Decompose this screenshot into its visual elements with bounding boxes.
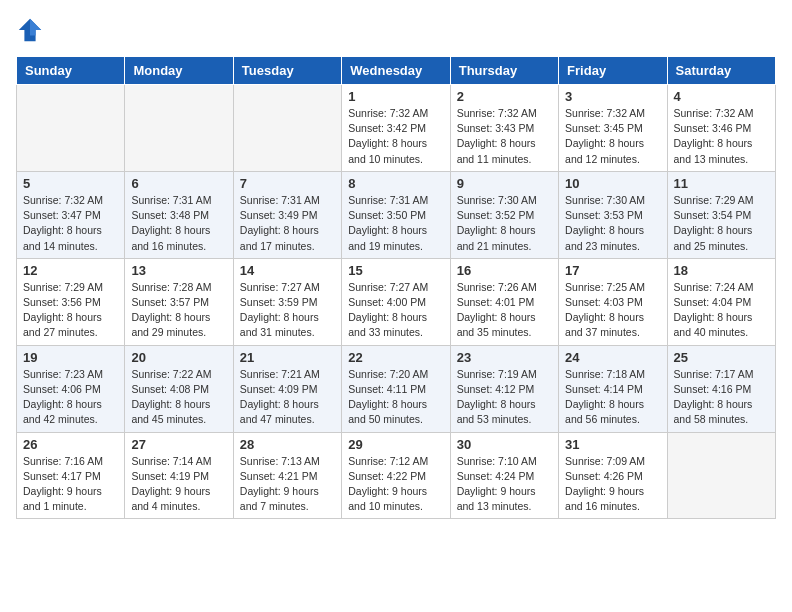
day-number: 1	[348, 89, 443, 104]
day-number: 31	[565, 437, 660, 452]
day-number: 14	[240, 263, 335, 278]
day-info: Sunrise: 7:31 AM Sunset: 3:49 PM Dayligh…	[240, 193, 335, 254]
day-number: 25	[674, 350, 769, 365]
page-header	[16, 16, 776, 44]
calendar-day-cell: 22Sunrise: 7:20 AM Sunset: 4:11 PM Dayli…	[342, 345, 450, 432]
calendar-day-cell: 10Sunrise: 7:30 AM Sunset: 3:53 PM Dayli…	[559, 171, 667, 258]
calendar-week-row: 19Sunrise: 7:23 AM Sunset: 4:06 PM Dayli…	[17, 345, 776, 432]
day-number: 6	[131, 176, 226, 191]
calendar-day-cell: 5Sunrise: 7:32 AM Sunset: 3:47 PM Daylig…	[17, 171, 125, 258]
calendar-day-cell: 17Sunrise: 7:25 AM Sunset: 4:03 PM Dayli…	[559, 258, 667, 345]
day-info: Sunrise: 7:17 AM Sunset: 4:16 PM Dayligh…	[674, 367, 769, 428]
calendar-empty-cell	[17, 85, 125, 172]
calendar-day-cell: 4Sunrise: 7:32 AM Sunset: 3:46 PM Daylig…	[667, 85, 775, 172]
day-number: 30	[457, 437, 552, 452]
day-info: Sunrise: 7:22 AM Sunset: 4:08 PM Dayligh…	[131, 367, 226, 428]
calendar-day-cell: 6Sunrise: 7:31 AM Sunset: 3:48 PM Daylig…	[125, 171, 233, 258]
calendar-empty-cell	[125, 85, 233, 172]
weekday-header-friday: Friday	[559, 57, 667, 85]
day-info: Sunrise: 7:13 AM Sunset: 4:21 PM Dayligh…	[240, 454, 335, 515]
calendar-week-row: 5Sunrise: 7:32 AM Sunset: 3:47 PM Daylig…	[17, 171, 776, 258]
weekday-header-thursday: Thursday	[450, 57, 558, 85]
day-info: Sunrise: 7:19 AM Sunset: 4:12 PM Dayligh…	[457, 367, 552, 428]
weekday-header-monday: Monday	[125, 57, 233, 85]
day-number: 26	[23, 437, 118, 452]
calendar-day-cell: 2Sunrise: 7:32 AM Sunset: 3:43 PM Daylig…	[450, 85, 558, 172]
calendar-day-cell: 15Sunrise: 7:27 AM Sunset: 4:00 PM Dayli…	[342, 258, 450, 345]
day-number: 4	[674, 89, 769, 104]
day-number: 18	[674, 263, 769, 278]
day-info: Sunrise: 7:31 AM Sunset: 3:50 PM Dayligh…	[348, 193, 443, 254]
calendar-day-cell: 19Sunrise: 7:23 AM Sunset: 4:06 PM Dayli…	[17, 345, 125, 432]
day-number: 27	[131, 437, 226, 452]
calendar-day-cell: 20Sunrise: 7:22 AM Sunset: 4:08 PM Dayli…	[125, 345, 233, 432]
day-info: Sunrise: 7:27 AM Sunset: 4:00 PM Dayligh…	[348, 280, 443, 341]
calendar-day-cell: 11Sunrise: 7:29 AM Sunset: 3:54 PM Dayli…	[667, 171, 775, 258]
day-info: Sunrise: 7:10 AM Sunset: 4:24 PM Dayligh…	[457, 454, 552, 515]
day-number: 13	[131, 263, 226, 278]
day-number: 9	[457, 176, 552, 191]
day-number: 20	[131, 350, 226, 365]
day-info: Sunrise: 7:16 AM Sunset: 4:17 PM Dayligh…	[23, 454, 118, 515]
day-info: Sunrise: 7:12 AM Sunset: 4:22 PM Dayligh…	[348, 454, 443, 515]
day-info: Sunrise: 7:18 AM Sunset: 4:14 PM Dayligh…	[565, 367, 660, 428]
day-info: Sunrise: 7:24 AM Sunset: 4:04 PM Dayligh…	[674, 280, 769, 341]
weekday-header-tuesday: Tuesday	[233, 57, 341, 85]
day-number: 15	[348, 263, 443, 278]
calendar-day-cell: 3Sunrise: 7:32 AM Sunset: 3:45 PM Daylig…	[559, 85, 667, 172]
calendar-day-cell: 24Sunrise: 7:18 AM Sunset: 4:14 PM Dayli…	[559, 345, 667, 432]
day-info: Sunrise: 7:32 AM Sunset: 3:42 PM Dayligh…	[348, 106, 443, 167]
day-number: 22	[348, 350, 443, 365]
day-info: Sunrise: 7:32 AM Sunset: 3:43 PM Dayligh…	[457, 106, 552, 167]
calendar-week-row: 12Sunrise: 7:29 AM Sunset: 3:56 PM Dayli…	[17, 258, 776, 345]
calendar-empty-cell	[667, 432, 775, 519]
calendar-empty-cell	[233, 85, 341, 172]
day-info: Sunrise: 7:14 AM Sunset: 4:19 PM Dayligh…	[131, 454, 226, 515]
day-number: 3	[565, 89, 660, 104]
logo-icon	[16, 16, 44, 44]
calendar-day-cell: 26Sunrise: 7:16 AM Sunset: 4:17 PM Dayli…	[17, 432, 125, 519]
day-info: Sunrise: 7:25 AM Sunset: 4:03 PM Dayligh…	[565, 280, 660, 341]
day-info: Sunrise: 7:32 AM Sunset: 3:46 PM Dayligh…	[674, 106, 769, 167]
day-number: 5	[23, 176, 118, 191]
calendar-day-cell: 12Sunrise: 7:29 AM Sunset: 3:56 PM Dayli…	[17, 258, 125, 345]
day-number: 17	[565, 263, 660, 278]
day-info: Sunrise: 7:23 AM Sunset: 4:06 PM Dayligh…	[23, 367, 118, 428]
calendar-day-cell: 31Sunrise: 7:09 AM Sunset: 4:26 PM Dayli…	[559, 432, 667, 519]
day-number: 21	[240, 350, 335, 365]
day-info: Sunrise: 7:20 AM Sunset: 4:11 PM Dayligh…	[348, 367, 443, 428]
calendar-day-cell: 8Sunrise: 7:31 AM Sunset: 3:50 PM Daylig…	[342, 171, 450, 258]
day-number: 24	[565, 350, 660, 365]
calendar-week-row: 1Sunrise: 7:32 AM Sunset: 3:42 PM Daylig…	[17, 85, 776, 172]
calendar-day-cell: 29Sunrise: 7:12 AM Sunset: 4:22 PM Dayli…	[342, 432, 450, 519]
day-info: Sunrise: 7:09 AM Sunset: 4:26 PM Dayligh…	[565, 454, 660, 515]
calendar-day-cell: 13Sunrise: 7:28 AM Sunset: 3:57 PM Dayli…	[125, 258, 233, 345]
day-info: Sunrise: 7:26 AM Sunset: 4:01 PM Dayligh…	[457, 280, 552, 341]
calendar-day-cell: 9Sunrise: 7:30 AM Sunset: 3:52 PM Daylig…	[450, 171, 558, 258]
day-number: 23	[457, 350, 552, 365]
day-info: Sunrise: 7:31 AM Sunset: 3:48 PM Dayligh…	[131, 193, 226, 254]
day-info: Sunrise: 7:29 AM Sunset: 3:56 PM Dayligh…	[23, 280, 118, 341]
day-number: 19	[23, 350, 118, 365]
calendar-day-cell: 18Sunrise: 7:24 AM Sunset: 4:04 PM Dayli…	[667, 258, 775, 345]
svg-marker-1	[30, 19, 41, 36]
calendar-day-cell: 14Sunrise: 7:27 AM Sunset: 3:59 PM Dayli…	[233, 258, 341, 345]
day-number: 10	[565, 176, 660, 191]
logo	[16, 16, 48, 44]
calendar-day-cell: 30Sunrise: 7:10 AM Sunset: 4:24 PM Dayli…	[450, 432, 558, 519]
calendar-day-cell: 27Sunrise: 7:14 AM Sunset: 4:19 PM Dayli…	[125, 432, 233, 519]
calendar-day-cell: 7Sunrise: 7:31 AM Sunset: 3:49 PM Daylig…	[233, 171, 341, 258]
day-number: 7	[240, 176, 335, 191]
day-number: 28	[240, 437, 335, 452]
day-info: Sunrise: 7:27 AM Sunset: 3:59 PM Dayligh…	[240, 280, 335, 341]
weekday-header-sunday: Sunday	[17, 57, 125, 85]
day-info: Sunrise: 7:21 AM Sunset: 4:09 PM Dayligh…	[240, 367, 335, 428]
weekday-header-wednesday: Wednesday	[342, 57, 450, 85]
calendar-day-cell: 21Sunrise: 7:21 AM Sunset: 4:09 PM Dayli…	[233, 345, 341, 432]
calendar-day-cell: 23Sunrise: 7:19 AM Sunset: 4:12 PM Dayli…	[450, 345, 558, 432]
day-number: 2	[457, 89, 552, 104]
day-info: Sunrise: 7:29 AM Sunset: 3:54 PM Dayligh…	[674, 193, 769, 254]
weekday-header-row: SundayMondayTuesdayWednesdayThursdayFrid…	[17, 57, 776, 85]
day-number: 16	[457, 263, 552, 278]
day-number: 8	[348, 176, 443, 191]
